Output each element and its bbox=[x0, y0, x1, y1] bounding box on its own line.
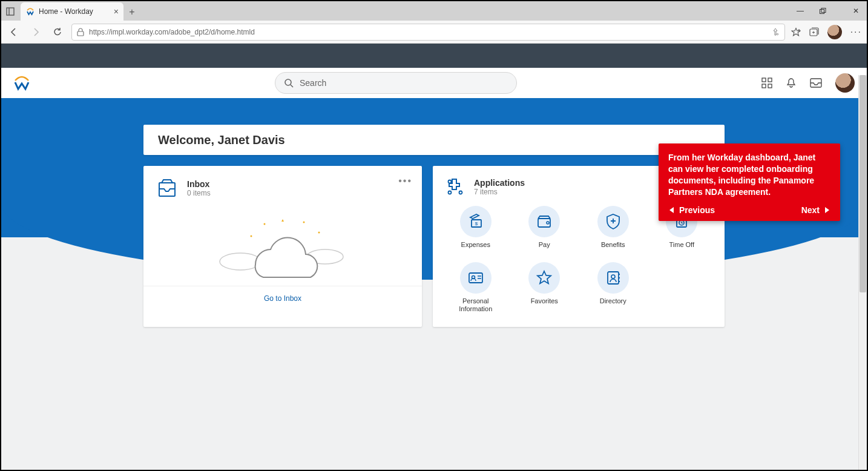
svg-rect-0 bbox=[7, 8, 14, 15]
browser-tab[interactable]: Home - Workday × bbox=[21, 2, 123, 21]
svg-rect-16 bbox=[768, 84, 772, 88]
svg-rect-30 bbox=[538, 219, 550, 227]
svg-rect-2 bbox=[820, 9, 824, 13]
favorites-icon bbox=[528, 262, 560, 294]
benefits-icon bbox=[597, 206, 629, 237]
tutorial-callout: From her Workday dashboard, Janet can vi… bbox=[659, 143, 840, 221]
svg-point-11 bbox=[285, 79, 291, 85]
callout-previous-button[interactable]: Previous bbox=[668, 205, 715, 215]
app-pay[interactable]: Pay bbox=[514, 206, 576, 249]
app-favorites[interactable]: Favorites bbox=[514, 262, 576, 313]
workday-favicon bbox=[25, 7, 35, 16]
svg-point-31 bbox=[547, 222, 549, 224]
svg-point-40 bbox=[611, 275, 615, 278]
svg-rect-13 bbox=[762, 78, 766, 82]
workday-appbar: Search bbox=[1, 68, 867, 98]
new-tab-button[interactable]: + bbox=[123, 4, 140, 21]
svg-rect-15 bbox=[762, 84, 766, 88]
svg-point-5 bbox=[777, 33, 778, 35]
tab-title: Home - Workday bbox=[39, 7, 110, 16]
app-personal[interactable]: Personal Information bbox=[445, 262, 507, 313]
triangle-left-icon bbox=[668, 206, 676, 214]
personal-icon bbox=[460, 262, 492, 294]
refresh-button[interactable] bbox=[50, 24, 65, 40]
page-content: Search Welcome, Janet Davis bbox=[1, 44, 867, 470]
app-label: Pay bbox=[539, 241, 550, 249]
app-directory[interactable]: Directory bbox=[582, 262, 644, 313]
workday-logo[interactable] bbox=[13, 74, 30, 91]
svg-line-12 bbox=[291, 85, 293, 87]
vertical-scrollbar[interactable] bbox=[858, 75, 867, 470]
url-input[interactable]: https://impl.workday.com/adobe_dpt2/d/ho… bbox=[71, 24, 785, 41]
forward-button[interactable] bbox=[28, 24, 44, 40]
app-label: Personal Information bbox=[450, 297, 501, 313]
search-placeholder: Search bbox=[300, 78, 326, 88]
svg-point-26 bbox=[449, 191, 452, 194]
favorites-icon[interactable] bbox=[791, 27, 801, 37]
window-controls: — ✕ bbox=[792, 1, 864, 21]
inbox-card: Inbox 0 items ••• bbox=[143, 166, 422, 327]
svg-point-27 bbox=[459, 191, 462, 194]
svg-rect-4 bbox=[77, 31, 84, 36]
user-avatar[interactable] bbox=[835, 73, 855, 93]
app-label: Benefits bbox=[601, 241, 625, 249]
back-button[interactable] bbox=[6, 24, 22, 40]
callout-next-button[interactable]: Next bbox=[801, 205, 830, 215]
applications-title: Applications bbox=[474, 178, 525, 188]
notifications-icon[interactable] bbox=[786, 77, 797, 88]
callout-text: From her Workday dashboard, Janet can vi… bbox=[668, 152, 830, 198]
svg-rect-3 bbox=[821, 8, 826, 12]
expenses-icon: $ bbox=[460, 206, 492, 237]
tab-close-icon[interactable]: × bbox=[114, 7, 119, 16]
svg-text:$: $ bbox=[475, 221, 478, 226]
pay-icon bbox=[528, 206, 560, 237]
lock-icon bbox=[77, 28, 84, 36]
browser-menu-icon[interactable]: ··· bbox=[850, 27, 862, 38]
applications-icon bbox=[445, 177, 465, 197]
minimize-button[interactable]: — bbox=[792, 7, 809, 15]
close-window-button[interactable]: ✕ bbox=[847, 7, 864, 15]
tab-actions-icon[interactable] bbox=[1, 2, 19, 21]
welcome-banner: Welcome, Janet Davis bbox=[143, 125, 725, 155]
triangle-right-icon bbox=[823, 206, 830, 214]
app-benefits[interactable]: Benefits bbox=[582, 206, 644, 249]
inbox-nav-icon[interactable] bbox=[810, 78, 822, 88]
app-label: Directory bbox=[600, 297, 626, 305]
directory-icon bbox=[597, 262, 629, 294]
reader-icon[interactable] bbox=[771, 28, 780, 36]
browser-profile-avatar[interactable] bbox=[827, 25, 842, 39]
inbox-count: 0 items bbox=[187, 189, 211, 197]
inbox-title: Inbox bbox=[187, 179, 211, 189]
browser-titlebar: Home - Workday × + — ✕ bbox=[1, 1, 867, 21]
svg-rect-35 bbox=[469, 273, 482, 283]
app-label: Favorites bbox=[531, 297, 558, 305]
collections-icon[interactable] bbox=[809, 27, 819, 37]
app-expenses[interactable]: $Expenses bbox=[445, 206, 507, 249]
svg-point-21 bbox=[264, 223, 266, 225]
inbox-more-icon[interactable]: ••• bbox=[398, 176, 412, 186]
browser-address-bar: https://impl.workday.com/adobe_dpt2/d/ho… bbox=[1, 21, 867, 44]
maximize-button[interactable] bbox=[820, 8, 837, 15]
welcome-text: Welcome, Janet Davis bbox=[158, 133, 285, 147]
svg-point-24 bbox=[251, 236, 252, 237]
svg-point-22 bbox=[303, 222, 305, 223]
inbox-icon bbox=[156, 177, 179, 200]
app-label: Expenses bbox=[461, 241, 490, 249]
app-label: Time Off bbox=[669, 241, 694, 249]
scroll-thumb[interactable] bbox=[860, 75, 866, 292]
svg-point-23 bbox=[318, 232, 320, 234]
svg-rect-39 bbox=[608, 272, 619, 284]
search-icon bbox=[284, 78, 294, 88]
applications-count: 7 items bbox=[474, 188, 525, 196]
shortcuts-icon[interactable] bbox=[761, 77, 772, 88]
empty-inbox-illustration bbox=[143, 207, 422, 286]
url-text: https://impl.workday.com/adobe_dpt2/d/ho… bbox=[89, 28, 255, 36]
go-to-inbox-link[interactable]: Go to Inbox bbox=[264, 294, 301, 303]
global-nav-strip bbox=[1, 44, 867, 68]
search-input[interactable]: Search bbox=[275, 72, 517, 94]
svg-rect-14 bbox=[768, 78, 772, 82]
svg-point-25 bbox=[449, 180, 452, 183]
